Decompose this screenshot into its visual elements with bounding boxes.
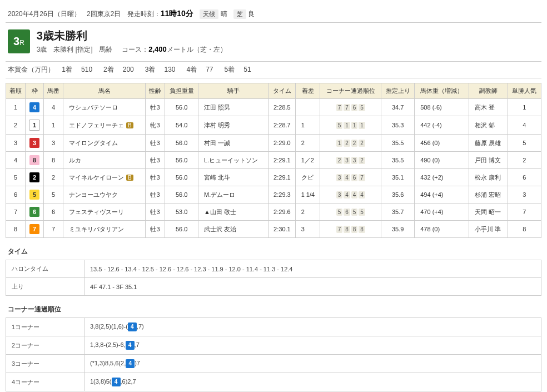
umaban-cell: 3 [43, 135, 63, 152]
sexage-cell: 牡3 [145, 99, 165, 116]
halontime-label: ハロンタイム [6, 260, 84, 278]
waku-cell: 3 [26, 135, 44, 152]
horse-name-cell: ウシュバテソーロ [63, 99, 146, 116]
prize-label: 本賞金（万円） [8, 66, 54, 73]
time-cell: 2:28.5 [269, 99, 296, 116]
corner-ranks: 3467 [336, 174, 366, 181]
corner-section-title: コーナー通過順位 [8, 305, 541, 314]
inline-waku-icon: 4 [126, 359, 135, 368]
corner-row: 3コーナー(*1,3)8,5,6(2,4)7 [6, 355, 541, 373]
corner-cell: 1222 [320, 135, 381, 152]
pop-cell: 3 [508, 186, 541, 204]
time-cell: 2:29.1 [269, 152, 296, 169]
blinker-icon: B [126, 122, 133, 128]
inline-waku-icon: 4 [128, 322, 137, 331]
corner-value: 1(3,8)5(4,6)2,7 [84, 373, 541, 391]
table-row: 522マイネルケイローンB牡356.0宮崎 北斗2:29.1クビ346735.1… [6, 169, 541, 186]
corner-cell: 5111 [320, 116, 381, 135]
horse-name-cell: マイネルケイローンB [63, 169, 146, 186]
jockey-cell: 武士沢 友治 [198, 221, 269, 238]
margin-cell: 2 [295, 204, 320, 221]
pop-cell: 6 [508, 169, 541, 186]
table-row: 766フェスティヴスーリ牡353.0▲山田 敬士2:29.62565535.74… [6, 204, 541, 221]
table-row: 877ミユキリバタリアン牡356.0武士沢 友治2:30.13788835.94… [6, 221, 541, 238]
umaban-cell: 6 [43, 204, 63, 221]
jweight-cell: 54.0 [165, 116, 198, 135]
horse-name-cell: マイロングタイム [63, 135, 146, 152]
post-time: 11時10分 [161, 9, 193, 18]
corner-cell: 3467 [320, 169, 381, 186]
agari-cell: 35.9 [381, 221, 415, 238]
umaban-cell: 1 [43, 116, 63, 135]
time-cell: 2:29.3 [269, 186, 296, 204]
umaban-cell: 2 [43, 169, 63, 186]
waku-cell: 5 [26, 186, 44, 204]
jockey-cell: 村田 一誠 [198, 135, 269, 152]
jockey-cell: L.ヒューイットソン [198, 152, 269, 169]
pop-cell: 5 [508, 135, 541, 152]
post-time-label: 発走時刻： [127, 10, 161, 18]
waku-badge: 1 [29, 120, 40, 131]
prize-line: 本賞金（万円） 1着 5102着 2003着 1304着 775着 51 [6, 61, 541, 78]
pop-cell: 1 [508, 99, 541, 116]
table-header: 馬体重（増減） [415, 83, 469, 99]
place-cell: 2 [6, 116, 26, 135]
jweight-cell: 56.0 [165, 99, 198, 116]
weather-tag: 天候 [200, 9, 218, 19]
margin-cell: 1 [295, 116, 320, 135]
corner-ranks: 5111 [336, 122, 366, 128]
trainer-cell: 戸田 博文 [469, 152, 508, 169]
jockey-cell: M.デムーロ [198, 186, 269, 204]
agari-cell: 35.5 [381, 135, 415, 152]
corner-ranks: 5655 [336, 209, 366, 215]
waku-cell: 7 [26, 221, 44, 238]
halontime-value: 13.5 - 12.6 - 13.4 - 12.5 - 12.6 - 12.6 … [84, 260, 541, 278]
place-cell: 6 [6, 186, 26, 204]
sexage-cell: 牡3 [145, 169, 165, 186]
pop-cell: 2 [508, 152, 541, 169]
inline-waku-icon: 4 [112, 378, 121, 386]
agari-cell: 35.1 [381, 169, 415, 186]
turf-tag: 芝 [233, 9, 246, 19]
pop-cell: 7 [508, 204, 541, 221]
sexage-cell: 牡3 [145, 221, 165, 238]
sexage-cell: 牝3 [145, 116, 165, 135]
time-cell: 2:29.0 [269, 135, 296, 152]
prize-item: 4着 77 [187, 65, 213, 75]
prize-item: 1着 510 [62, 65, 92, 75]
jweight-cell: 56.0 [165, 221, 198, 238]
prize-item: 5着 51 [225, 65, 251, 75]
waku-badge: 5 [29, 190, 39, 200]
margin-cell [295, 99, 320, 116]
race-header-line: 2020年4月26日（日曜） 2回東京2日 発走時刻：11時10分 天候 晴 芝… [6, 6, 541, 23]
jweight-cell: 53.0 [165, 204, 198, 221]
time-cell: 2:29.1 [269, 169, 296, 186]
corner-cell: 2332 [320, 152, 381, 169]
horse-name-cell: ミユキリバタリアン [63, 221, 146, 238]
corner-ranks: 7888 [336, 226, 366, 232]
table-header: 負担重量 [165, 83, 198, 99]
waku-cell: 6 [26, 204, 44, 221]
corner-label: 4コーナー [6, 373, 84, 391]
race-title-block: 3R 3歳未勝利 3歳 未勝利 [指定] 馬齢 コース：2,400メートル（芝・… [6, 23, 541, 57]
agari-cell: 34.7 [381, 99, 415, 116]
margin-cell: 1／2 [295, 152, 320, 169]
body-cell: 470 (+4) [415, 204, 469, 221]
time-cell: 2:28.7 [269, 116, 296, 135]
trainer-cell: 藤原 辰雄 [469, 135, 508, 152]
waku-badge: 3 [29, 138, 39, 148]
race-date: 2020年4月26日（日曜） [8, 10, 81, 18]
table-header: 着順 [6, 83, 26, 99]
waku-cell: 1 [26, 116, 44, 135]
corner-value: 3,8(2,5)(1,6)-(4,7) [84, 318, 541, 336]
sexage-cell: 牡3 [145, 135, 165, 152]
umaban-cell: 5 [43, 186, 63, 204]
table-header: 枠 [26, 83, 44, 99]
corner-value: 1,3,8-(2,5)-6,4,7 [84, 336, 541, 355]
waku-badge: 7 [29, 224, 39, 234]
horse-name-cell: ナンヨーユウヤク [63, 186, 146, 204]
corner-ranks: 7765 [336, 104, 366, 111]
jockey-cell: 江田 照男 [198, 99, 269, 116]
trainer-cell: 松永 康利 [469, 169, 508, 186]
sexage-cell: 牡3 [145, 186, 165, 204]
